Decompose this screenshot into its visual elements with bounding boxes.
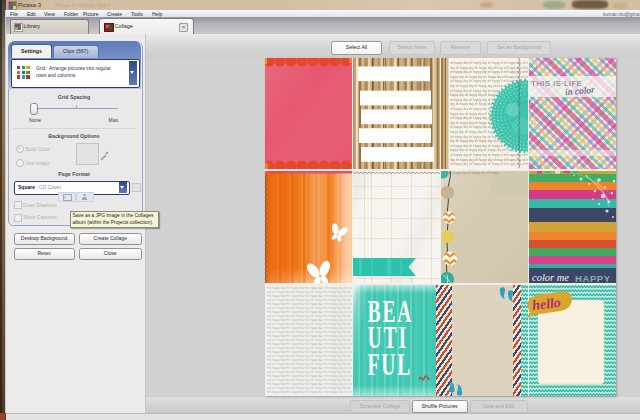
svg-text:oh happy day oh happy day oh h: oh happy day oh happy day oh happy d oh … [450, 61, 528, 65]
svg-text:oh happy day oh happy day oh h: oh happy day oh happy day oh happy d oh … [450, 70, 528, 74]
svg-text:happy day oh happy day oh happ: happy day oh happy day oh happy day oh h… [450, 75, 528, 79]
svg-text:this happy day this happy day: this happy day this happy day this happy… [267, 390, 352, 394]
svg-text:day oh happy day oh happy day: day oh happy day oh happy day oh hap oh … [450, 66, 528, 70]
svg-text:day oh happy day oh happy day: day oh happy day oh happy day oh happy [443, 171, 499, 175]
svg-text:color me: color me [532, 272, 569, 283]
svg-text:oh happy day oh happy day oh h: oh happy day oh happy day oh happy d oh … [450, 162, 528, 166]
svg-text:oh happy day oh happy day oh h: oh happy day oh happy day oh happy d oh … [450, 153, 528, 157]
svg-text:day oh happy day oh happy day: day oh happy day oh happy day oh hap oh … [450, 158, 528, 162]
svg-text:FUL: FUL [367, 347, 412, 382]
svg-text:HAPPY: HAPPY [575, 273, 611, 283]
